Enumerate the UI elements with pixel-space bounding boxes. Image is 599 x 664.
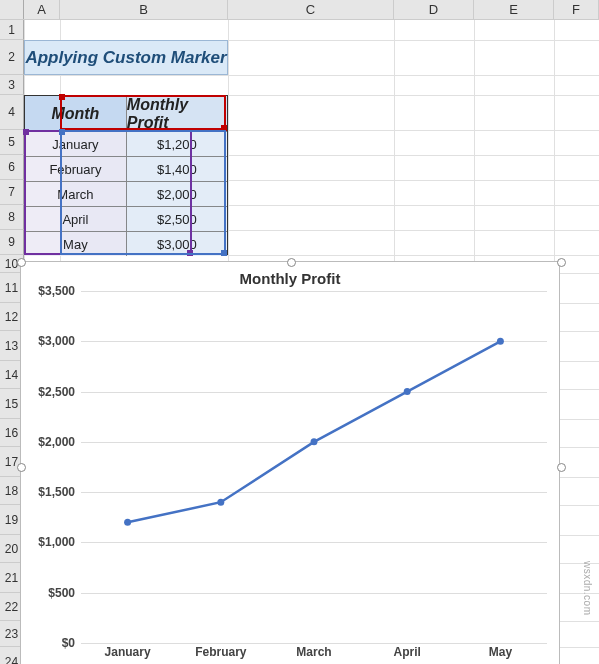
col-header-F[interactable]: F [554, 0, 599, 19]
chart-plot-inner [81, 291, 547, 643]
col-header-D[interactable]: D [394, 0, 474, 19]
watermark: wsxdn.com [582, 561, 593, 616]
spreadsheet-grid[interactable]: ABCDEF 123456789101112131415161718192021… [0, 0, 599, 664]
cells-area: Applying Custom Marker Month Monthly Pro… [24, 20, 599, 664]
table-cell-month[interactable]: March [25, 181, 127, 206]
x-tick-label: May [454, 643, 547, 664]
table-cell-profit[interactable]: $2,500 [127, 206, 227, 231]
y-tick-label: $3,000 [38, 334, 75, 348]
table-cell-month[interactable]: February [25, 156, 127, 181]
row-header-8[interactable]: 8 [0, 205, 24, 230]
table-cell-profit[interactable]: $2,000 [127, 181, 227, 206]
row-header-2[interactable]: 2 [0, 40, 24, 75]
row-header-4[interactable]: 4 [0, 95, 24, 130]
table-cell-month[interactable]: January [25, 131, 127, 156]
y-tick-label: $2,000 [38, 435, 75, 449]
row-header-5[interactable]: 5 [0, 130, 24, 155]
table-header-profit[interactable]: Monthly Profit [127, 96, 227, 131]
chart-x-axis: JanuaryFebruaryMarchAprilMay [81, 643, 547, 664]
col-header-B[interactable]: B [60, 0, 228, 19]
row-header-9[interactable]: 9 [0, 230, 24, 255]
y-tick-label: $1,500 [38, 485, 75, 499]
column-headers: ABCDEF [0, 0, 599, 20]
row-header-7[interactable]: 7 [0, 180, 24, 205]
svg-point-4 [497, 338, 504, 345]
chart-resize-handle[interactable] [17, 463, 26, 472]
svg-point-3 [404, 388, 411, 395]
x-tick-label: March [267, 643, 360, 664]
col-header-A[interactable]: A [24, 0, 60, 19]
table-cell-profit[interactable]: $1,400 [127, 156, 227, 181]
table-cell-month[interactable]: May [25, 231, 127, 256]
chart-object[interactable]: Monthly Profit $0$500$1,000$1,500$2,000$… [20, 261, 560, 664]
x-tick-label: January [81, 643, 174, 664]
table-cell-profit[interactable]: $3,000 [127, 231, 227, 256]
title-text: Applying Custom Marker [25, 48, 226, 68]
svg-point-2 [311, 438, 318, 445]
y-tick-label: $2,500 [38, 385, 75, 399]
chart-y-axis: $0$500$1,000$1,500$2,000$2,500$3,000$3,5… [21, 291, 81, 643]
svg-point-1 [217, 499, 224, 506]
chart-resize-handle[interactable] [287, 258, 296, 267]
table-cell-profit[interactable]: $1,200 [127, 131, 227, 156]
y-tick-label: $3,500 [38, 284, 75, 298]
table-cell-month[interactable]: April [25, 206, 127, 231]
x-tick-label: April [361, 643, 454, 664]
y-tick-label: $1,000 [38, 535, 75, 549]
row-header-6[interactable]: 6 [0, 155, 24, 180]
title-cell[interactable]: Applying Custom Marker [24, 40, 228, 75]
svg-point-0 [124, 519, 131, 526]
row-header-1[interactable]: 1 [0, 20, 24, 40]
y-tick-label: $0 [62, 636, 75, 650]
chart-plot-area[interactable]: $0$500$1,000$1,500$2,000$2,500$3,000$3,5… [21, 291, 559, 664]
col-header-E[interactable]: E [474, 0, 554, 19]
table-header-month[interactable]: Month [25, 96, 127, 131]
row-header-3[interactable]: 3 [0, 75, 24, 95]
chart-resize-handle[interactable] [557, 258, 566, 267]
x-tick-label: February [174, 643, 267, 664]
y-tick-label: $500 [48, 586, 75, 600]
col-header-C[interactable]: C [228, 0, 394, 19]
chart-resize-handle[interactable] [557, 463, 566, 472]
data-table[interactable]: Month Monthly Profit January $1,200 Febr… [24, 95, 228, 255]
chart-line-series[interactable] [81, 291, 547, 643]
chart-resize-handle[interactable] [17, 258, 26, 267]
